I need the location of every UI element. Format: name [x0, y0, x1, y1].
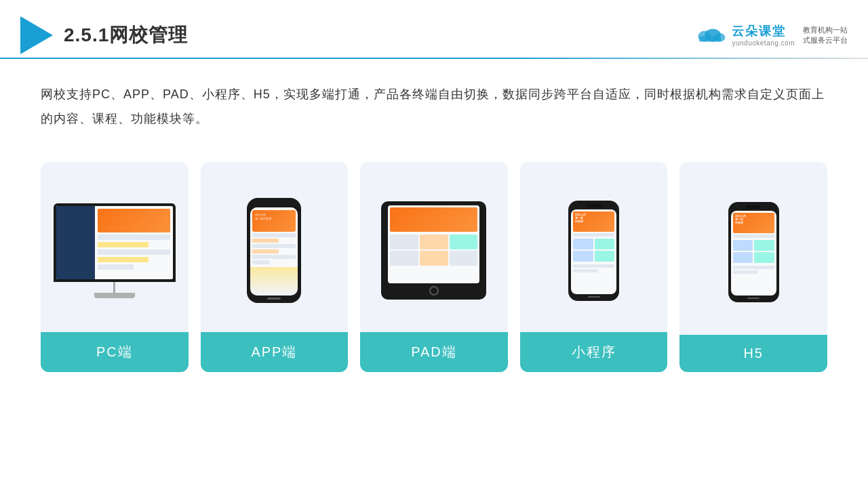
monitor-body	[54, 203, 176, 282]
tablet-body	[381, 201, 486, 300]
monitor-screen	[56, 206, 173, 279]
monitor-base	[94, 293, 135, 298]
app-label: APP端	[201, 332, 349, 372]
page-title: 2.5.1网校管理	[64, 22, 188, 48]
tablet-screen	[388, 205, 479, 283]
mini-home-bar	[588, 296, 600, 298]
mini-phone: 职达人的第一堂科普课	[568, 201, 619, 301]
pc-image-area	[41, 162, 189, 332]
header-divider	[0, 58, 868, 59]
brand-text: 云朵课堂 yunduoketang.com	[732, 23, 795, 47]
h5-notch	[746, 205, 761, 209]
brand-slogan-line1: 教育机构一站	[803, 25, 848, 35]
cloud-icon	[694, 24, 726, 46]
phone-notch	[266, 201, 282, 205]
brand-logo: 云朵课堂 yunduoketang.com 教育机构一站 式服务云平台	[694, 23, 848, 47]
phone-home	[267, 298, 281, 300]
brand-name: 云朵课堂	[732, 23, 786, 39]
pc-card: PC端	[41, 162, 189, 372]
h5-phone: 职达人的第一堂科普课	[728, 202, 779, 302]
pad-image-area	[360, 162, 508, 332]
monitor-stand	[113, 282, 115, 293]
h5-card: 职达人的第一堂科普课 H5	[679, 162, 827, 372]
header: 2.5.1网校管理 云朵课堂 yunduoketang.com 教育机构一站 式…	[0, 0, 868, 58]
miniprogram-card: 职达人的第一堂科普课 小程序	[520, 162, 668, 372]
pc-monitor	[54, 203, 176, 298]
brand-url: yunduoketang.com	[732, 39, 795, 47]
header-left: 2.5.1网校管理	[20, 16, 188, 54]
pad-tablet	[381, 201, 486, 300]
mini-image-area: 职达人的第一堂科普课	[520, 162, 668, 332]
description-content: 网校支持PC、APP、PAD、小程序、H5，实现多端打通，产品各终端自由切换，数…	[41, 87, 825, 125]
phone-screen: 职达人的第一堂科普课	[250, 207, 298, 296]
brand-slogan-line2: 式服务云平台	[803, 35, 848, 45]
h5-image-area: 职达人的第一堂科普课	[679, 162, 827, 335]
app-image-area: 职达人的第一堂科普课	[201, 162, 349, 332]
miniprogram-label: 小程序	[520, 332, 668, 372]
app-phone: 职达人的第一堂科普课	[247, 198, 301, 303]
tablet-home	[429, 286, 439, 296]
mini-notch	[587, 204, 601, 207]
pc-label: PC端	[41, 332, 189, 372]
h5-screen: 职达人的第一堂科普课	[731, 211, 776, 296]
cards-section: PC端 职达人的第一堂科普课	[0, 148, 868, 386]
description-text: 网校支持PC、APP、PAD、小程序、H5，实现多端打通，产品各终端自由切换，数…	[0, 58, 868, 142]
svg-rect-3	[699, 36, 721, 41]
h5-home-bar	[747, 298, 760, 299]
h5-label: H5	[679, 335, 827, 372]
app-card: 职达人的第一堂科普课 APP端	[201, 162, 349, 372]
pad-label: PAD端	[360, 332, 508, 372]
phone-body: 职达人的第一堂科普课	[247, 198, 301, 303]
brand-slogan: 教育机构一站 式服务云平台	[803, 25, 848, 45]
mini-screen: 职达人的第一堂科普课	[571, 209, 616, 294]
pad-card: PAD端	[360, 162, 508, 372]
logo-triangle-icon	[20, 16, 53, 54]
